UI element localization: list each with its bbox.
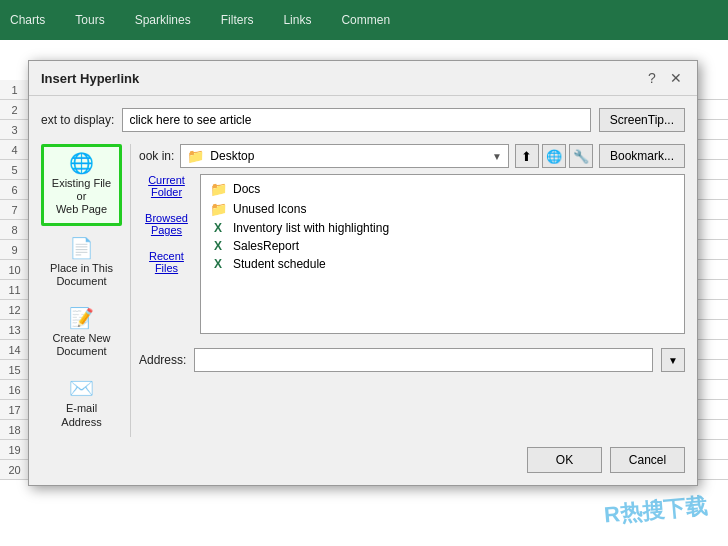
text-display-row: ext to display: ScreenTip...: [41, 108, 685, 132]
document-icon: 📄: [69, 238, 94, 258]
web-button[interactable]: 🌐: [542, 144, 566, 168]
list-item[interactable]: 📁 Docs: [203, 179, 682, 199]
excel-icon: X: [209, 257, 227, 271]
bookmark-button[interactable]: Bookmark...: [599, 144, 685, 168]
recent-files-link[interactable]: Recent Files: [139, 250, 194, 274]
insert-hyperlink-dialog: Insert Hyperlink ? ✕ ext to display: Scr…: [28, 60, 698, 486]
file-list: 📁 Docs 📁 Unused Icons X Inventory list w…: [200, 174, 685, 334]
file-name: Inventory list with highlighting: [233, 221, 389, 235]
folder-icon: 📁: [187, 148, 204, 164]
dropdown-arrow-icon: ▼: [492, 151, 502, 162]
browsed-pages-link[interactable]: BrowsedPages: [139, 212, 194, 236]
address-row: Address: ▼: [139, 348, 685, 372]
lookin-row: ook in: 📁 Desktop ▼ ⬆ 🌐 🔧 Bookmark...: [139, 144, 685, 168]
address-label: Address:: [139, 353, 186, 367]
list-item[interactable]: X SalesReport: [203, 237, 682, 255]
cancel-button[interactable]: Cancel: [610, 447, 685, 473]
recent-files-label: Recent Files: [139, 250, 194, 274]
tours-tab[interactable]: Tours: [75, 13, 104, 27]
text-display-input[interactable]: [122, 108, 590, 132]
nav-email-label: E-mail Address: [47, 402, 116, 428]
browsed-pages-label: BrowsedPages: [145, 212, 188, 236]
titlebar-controls: ? ✕: [643, 69, 685, 87]
excel-icon: X: [209, 239, 227, 253]
dialog-body: ext to display: ScreenTip... 🌐 Existing …: [29, 96, 697, 485]
main-content: 🌐 Existing File orWeb Page 📄 Place in Th…: [41, 144, 685, 437]
list-item[interactable]: X Inventory list with highlighting: [203, 219, 682, 237]
nav-create-label: Create NewDocument: [52, 332, 110, 358]
lookin-value: Desktop: [210, 149, 486, 163]
links-tab[interactable]: Links: [283, 13, 311, 27]
lookin-toolbar: ⬆ 🌐 🔧: [515, 144, 593, 168]
filters-tab[interactable]: Filters: [221, 13, 254, 27]
screentip-button[interactable]: ScreenTip...: [599, 108, 685, 132]
nav-create-new[interactable]: 📝 Create NewDocument: [41, 300, 122, 366]
sparklines-tab[interactable]: Sparklines: [135, 13, 191, 27]
dialog-titlebar: Insert Hyperlink ? ✕: [29, 61, 697, 96]
charts-tab[interactable]: Charts: [10, 13, 45, 27]
tools-button[interactable]: 🔧: [569, 144, 593, 168]
middle-section: CurrentFolder BrowsedPages Recent Files …: [139, 174, 685, 334]
nav-email[interactable]: ✉️ E-mail Address: [41, 370, 122, 436]
right-content: ook in: 📁 Desktop ▼ ⬆ 🌐 🔧 Bookmark...: [139, 144, 685, 437]
dialog-title: Insert Hyperlink: [41, 71, 139, 86]
ok-button[interactable]: OK: [527, 447, 602, 473]
folder-icon: 📁: [209, 181, 227, 197]
current-folder-label: CurrentFolder: [148, 174, 185, 198]
folder-icon: 📁: [209, 201, 227, 217]
file-name: Unused Icons: [233, 202, 306, 216]
lookin-dropdown[interactable]: 📁 Desktop ▼: [180, 144, 509, 168]
nav-existing-file-label: Existing File orWeb Page: [48, 177, 115, 217]
address-input[interactable]: [194, 348, 653, 372]
excel-icon: X: [209, 221, 227, 235]
list-item[interactable]: 📁 Unused Icons: [203, 199, 682, 219]
comments-tab[interactable]: Commen: [341, 13, 390, 27]
text-display-label: ext to display:: [41, 113, 114, 127]
file-sidebar: CurrentFolder BrowsedPages Recent Files: [139, 174, 194, 334]
new-doc-icon: 📝: [69, 308, 94, 328]
email-icon: ✉️: [69, 378, 94, 398]
help-button[interactable]: ?: [643, 69, 661, 87]
left-nav: 🌐 Existing File orWeb Page 📄 Place in Th…: [41, 144, 131, 437]
list-item[interactable]: X Student schedule: [203, 255, 682, 273]
current-folder-link[interactable]: CurrentFolder: [139, 174, 194, 198]
ribbon-bar: Charts Tours Sparklines Filters Links Co…: [0, 0, 728, 40]
file-name: Student schedule: [233, 257, 326, 271]
close-button[interactable]: ✕: [667, 69, 685, 87]
address-dropdown-button[interactable]: ▼: [661, 348, 685, 372]
file-name: Docs: [233, 182, 260, 196]
lookin-label: ook in:: [139, 149, 174, 163]
button-row: OK Cancel: [41, 447, 685, 473]
up-folder-button[interactable]: ⬆: [515, 144, 539, 168]
file-name: SalesReport: [233, 239, 299, 253]
nav-place-in-doc[interactable]: 📄 Place in ThisDocument: [41, 230, 122, 296]
nav-place-label: Place in ThisDocument: [50, 262, 113, 288]
nav-existing-file[interactable]: 🌐 Existing File orWeb Page: [41, 144, 122, 226]
web-icon: 🌐: [69, 153, 94, 173]
